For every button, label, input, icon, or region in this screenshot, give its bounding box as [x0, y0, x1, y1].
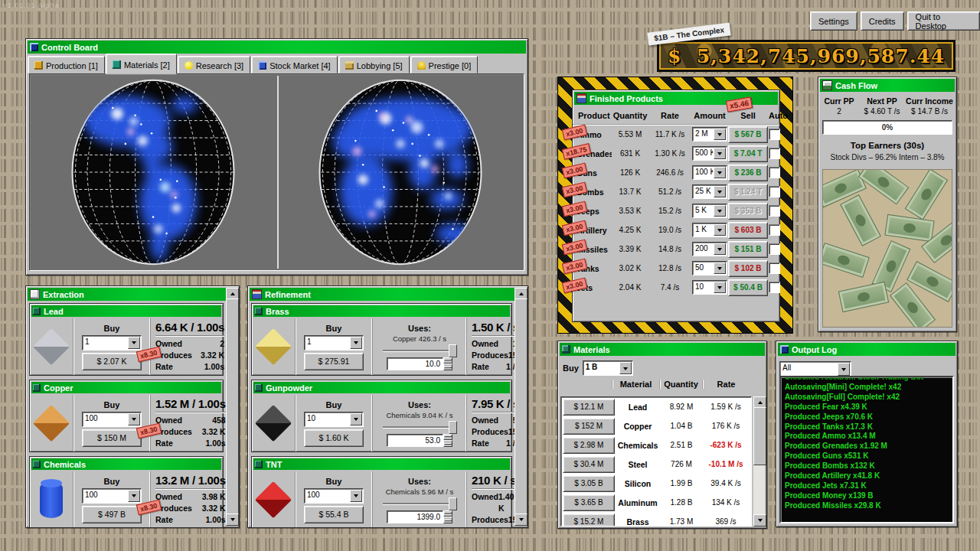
auto-sell-checkbox[interactable]	[769, 243, 780, 255]
spin-up-icon[interactable]	[443, 434, 452, 441]
sell-button[interactable]: $ 151 B	[728, 241, 768, 258]
buy-amount-select[interactable]: 10	[304, 412, 364, 427]
buy-material-button[interactable]: $ 12.1 M	[563, 399, 615, 416]
auto-sell-checkbox[interactable]	[769, 224, 780, 236]
sell-amount-select[interactable]: 500 K	[692, 146, 727, 161]
sell-button[interactable]: $ 353 B	[728, 203, 768, 220]
spin-down-icon[interactable]	[443, 364, 452, 370]
settings-button[interactable]: Settings	[810, 11, 858, 31]
buy-amount-select[interactable]: 100	[82, 412, 142, 427]
chevron-down-icon[interactable]	[714, 224, 726, 236]
buy-amount-select[interactable]: 1	[82, 335, 142, 350]
sell-button[interactable]: $ 50.4 B	[728, 279, 768, 296]
chevron-down-icon[interactable]	[350, 490, 362, 502]
allocation-spinner[interactable]: 1399.0	[387, 510, 452, 523]
chevron-down-icon[interactable]	[714, 186, 726, 197]
allocation-slider[interactable]	[383, 344, 456, 356]
buy-button[interactable]: $ 497 B x8.30	[82, 506, 142, 523]
sell-amount-select[interactable]: 1 K	[692, 223, 727, 237]
credits-button[interactable]: Credits	[861, 11, 904, 31]
log-filter-select[interactable]: All	[779, 361, 851, 377]
scroll-thumb[interactable]	[753, 407, 766, 465]
scroll-thumb[interactable]	[514, 298, 528, 515]
chevron-down-icon[interactable]	[714, 167, 726, 178]
allocation-slider[interactable]	[383, 497, 456, 509]
chevron-down-icon[interactable]	[128, 337, 140, 349]
chevron-down-icon[interactable]	[350, 337, 362, 349]
materials-scrollbar[interactable]	[753, 396, 765, 527]
chevron-down-icon[interactable]	[714, 243, 726, 255]
spin-down-icon[interactable]	[443, 517, 452, 523]
chevron-down-icon[interactable]	[350, 413, 362, 425]
spinner-value[interactable]: 53.0	[387, 434, 443, 447]
spinner-value[interactable]: 1399.0	[387, 510, 443, 523]
auto-sell-checkbox[interactable]	[769, 205, 780, 217]
allocation-spinner[interactable]: 53.0	[387, 434, 452, 447]
scroll-down-icon[interactable]	[514, 514, 528, 526]
buy-material-button[interactable]: $ 3.05 B	[563, 475, 615, 492]
tab-production[interactable]: Production [1]	[28, 56, 105, 73]
sell-amount-select[interactable]: 2 M	[692, 127, 727, 142]
sell-button[interactable]: $ 236 B	[728, 165, 768, 181]
buy-material-button[interactable]: $ 30.4 M	[563, 456, 615, 473]
tab-prestige[interactable]: Prestige [0]	[410, 56, 479, 73]
chevron-down-icon[interactable]	[714, 262, 726, 274]
sell-button[interactable]: $ 102 B	[728, 260, 768, 277]
scroll-down-icon[interactable]	[226, 514, 239, 526]
buy-button[interactable]: $ 55.4 B	[304, 506, 364, 523]
sell-amount-select[interactable]: 5 K	[692, 204, 727, 218]
scroll-thumb[interactable]	[226, 298, 239, 515]
buy-button[interactable]: $ 1.60 K	[304, 429, 364, 447]
spin-down-icon[interactable]	[443, 440, 452, 447]
buy-material-button[interactable]: $ 152 M	[563, 418, 615, 435]
sell-amount-select[interactable]: 10	[692, 280, 727, 295]
auto-sell-checkbox[interactable]	[769, 186, 780, 197]
tab-research[interactable]: Research [3]	[178, 56, 250, 73]
buy-amount-select[interactable]: 1 B	[583, 360, 633, 376]
spinner-value[interactable]: 10.0	[387, 357, 443, 370]
auto-sell-checkbox[interactable]	[769, 282, 780, 293]
auto-sell-checkbox[interactable]	[769, 262, 780, 274]
sell-button[interactable]: $ 7.04 T	[728, 145, 768, 162]
buy-material-button[interactable]: $ 15.2 M	[563, 514, 615, 527]
tab-stock-market[interactable]: Stock Market [4]	[251, 56, 337, 73]
sell-button[interactable]: $ 567 B	[728, 126, 768, 143]
buy-amount-select[interactable]: 1	[304, 335, 364, 350]
scroll-down-icon[interactable]	[753, 514, 766, 527]
sell-amount-select[interactable]: 50	[692, 261, 727, 276]
sell-amount-select[interactable]: 100 K	[692, 165, 727, 180]
sell-button[interactable]: $ 603 B	[728, 222, 768, 239]
refinement-scrollbar[interactable]	[514, 288, 526, 526]
tab-lobbying[interactable]: Lobbying [5]	[338, 56, 410, 73]
allocation-spinner[interactable]: 10.0	[387, 357, 452, 370]
spin-up-icon[interactable]	[443, 357, 452, 364]
auto-sell-checkbox[interactable]	[769, 148, 780, 159]
allocation-slider[interactable]	[383, 421, 456, 432]
chevron-down-icon[interactable]	[619, 362, 632, 374]
tab-materials[interactable]: Materials [2]	[106, 54, 177, 74]
slider-thumb[interactable]	[449, 344, 457, 357]
slider-thumb[interactable]	[449, 497, 457, 510]
extraction-scrollbar[interactable]	[226, 288, 237, 526]
chevron-down-icon[interactable]	[714, 282, 726, 293]
chevron-down-icon[interactable]	[714, 205, 726, 217]
chevron-down-icon[interactable]	[714, 148, 726, 159]
chevron-down-icon[interactable]	[128, 490, 140, 502]
sell-amount-select[interactable]: 200	[692, 242, 727, 256]
chevron-down-icon[interactable]	[714, 129, 726, 140]
buy-amount-select[interactable]: 100	[304, 488, 364, 504]
buy-material-button[interactable]: $ 2.98 M	[563, 437, 615, 454]
buy-amount-select[interactable]: 100	[82, 488, 142, 504]
quit-to-desktop-button[interactable]: Quit to Desktop	[907, 11, 980, 31]
chevron-down-icon[interactable]	[128, 413, 140, 425]
spin-up-icon[interactable]	[443, 510, 452, 517]
slider-thumb[interactable]	[449, 421, 457, 434]
buy-material-button[interactable]: $ 3.65 B	[563, 494, 615, 511]
buy-button[interactable]: $ 150 M x8.30	[82, 429, 142, 447]
buy-button[interactable]: $ 2.07 K x8.30	[82, 353, 142, 370]
sell-button[interactable]: $ 1.24 T	[728, 184, 768, 201]
auto-sell-checkbox[interactable]	[769, 129, 780, 140]
sell-amount-select[interactable]: 25 K	[692, 184, 727, 199]
auto-sell-checkbox[interactable]	[769, 167, 780, 178]
chevron-down-icon[interactable]	[838, 363, 850, 376]
